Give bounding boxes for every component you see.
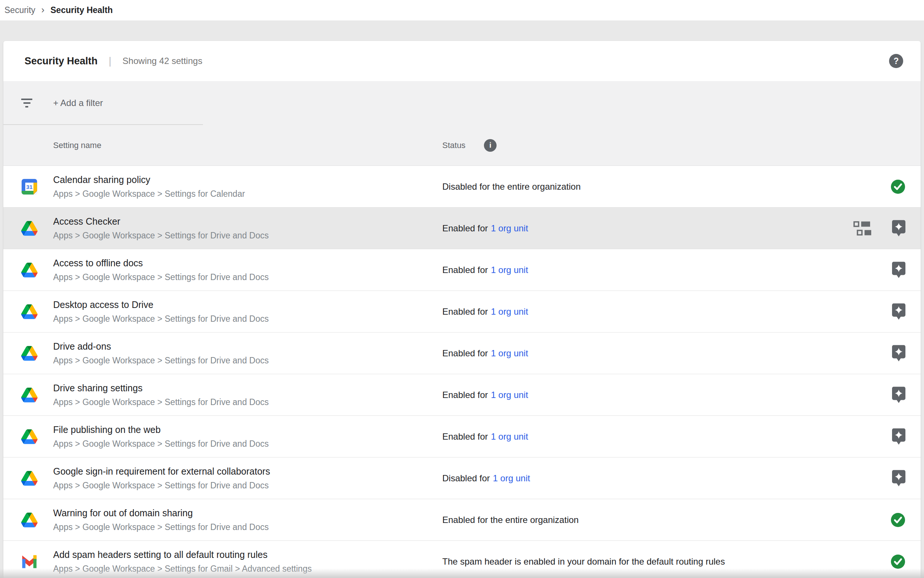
setting-name: Drive add-ons — [53, 341, 269, 352]
app-icon: 31 — [21, 345, 37, 362]
setting-name: Desktop access to Drive — [53, 299, 269, 310]
status-text: Enabled for — [442, 432, 488, 442]
recommendation-badge-icon[interactable] — [892, 386, 905, 403]
recommendation-badge-icon[interactable] — [892, 470, 905, 487]
row-trailing-icons — [890, 554, 905, 569]
setting-name: Google sign-in requirement for external … — [53, 466, 270, 477]
row-trailing-icons — [892, 470, 905, 487]
settings-count: Showing 42 settings — [123, 56, 202, 66]
setting-name: Add spam headers setting to all default … — [53, 549, 312, 560]
setting-path: Apps > Google Workspace > Settings for D… — [53, 356, 269, 365]
setting-path: Apps > Google Workspace > Settings for D… — [53, 522, 269, 532]
table-row[interactable]: 31 Access to offline docs App — [3, 249, 921, 291]
org-unit-link[interactable]: 1 org unit — [491, 432, 528, 442]
table-row[interactable]: 31 File publishing on the web — [3, 416, 921, 458]
drive-icon — [21, 387, 37, 403]
table-row[interactable]: 31 Add spam headers setting to all — [3, 541, 921, 578]
setting-name: Access Checker — [53, 216, 269, 227]
status-cell: Disabled for the entire organization — [442, 182, 581, 192]
app-icon: 31 — [21, 387, 37, 403]
setting-path: Apps > Google Workspace > Settings for D… — [53, 314, 269, 324]
status-cell: The spam header is enabled in your domai… — [442, 557, 725, 567]
status-cell: Enabled for the entire organization — [442, 515, 579, 525]
status-text: Enabled for — [442, 390, 488, 400]
status-text: Enabled for — [442, 348, 488, 359]
recommendation-badge-icon[interactable] — [892, 303, 905, 320]
setting-path: Apps > Google Workspace > Settings for G… — [53, 564, 312, 574]
breadcrumb-parent-link[interactable]: Security — [5, 5, 35, 15]
security-health-card: Security Health | Showing 42 settings ? … — [3, 41, 921, 578]
recommendation-badge-icon[interactable] — [892, 220, 905, 237]
status-ok-icon — [890, 513, 905, 528]
status-ok-icon — [890, 554, 905, 569]
org-unit-link[interactable]: 1 org unit — [491, 265, 528, 275]
filter-icon[interactable] — [21, 99, 32, 107]
setting-text-block: Calendar sharing policy Apps > Google Wo… — [53, 174, 245, 199]
org-units-grid-icon[interactable] — [853, 221, 871, 235]
setting-name: Calendar sharing policy — [53, 174, 245, 185]
org-unit-link[interactable]: 1 org unit — [493, 473, 530, 484]
recommendation-badge-icon[interactable] — [892, 261, 905, 278]
title-separator: | — [109, 55, 112, 67]
status-info-icon[interactable]: i — [484, 139, 497, 152]
app-icon: 31 — [21, 304, 37, 320]
setting-text-block: Warning for out of domain sharing Apps >… — [53, 508, 269, 532]
app-icon: 31 — [21, 220, 37, 237]
setting-text-block: Add spam headers setting to all default … — [53, 549, 312, 574]
org-unit-link[interactable]: 1 org unit — [491, 223, 528, 234]
drive-icon — [21, 345, 37, 362]
help-icon[interactable]: ? — [889, 54, 903, 68]
column-status-label: Status — [442, 141, 465, 150]
row-trailing-icons — [892, 386, 905, 403]
column-status: Status i — [442, 139, 497, 152]
table-row[interactable]: 31 Google sign-in requirement for e — [3, 458, 921, 499]
recommendation-badge-icon[interactable] — [892, 345, 905, 362]
row-trailing-icons — [892, 261, 905, 278]
gmail-icon — [21, 554, 37, 570]
row-trailing-icons — [892, 303, 905, 320]
table-row[interactable]: 31 Drive add-ons Apps > Googl — [3, 333, 921, 374]
org-unit-link[interactable]: 1 org unit — [491, 348, 528, 359]
drive-icon — [21, 262, 37, 278]
row-trailing-icons — [890, 179, 905, 194]
setting-path: Apps > Google Workspace > Settings for D… — [53, 397, 269, 407]
setting-text-block: Desktop access to Drive Apps > Google Wo… — [53, 299, 269, 324]
table-row[interactable]: 31 Drive sharing settings App — [3, 374, 921, 416]
card-header: Security Health | Showing 42 settings ? — [3, 41, 921, 81]
org-unit-link[interactable]: 1 org unit — [491, 307, 528, 317]
status-ok-icon — [890, 179, 905, 194]
add-filter-button[interactable]: + Add a filter — [53, 98, 103, 108]
table-row[interactable]: 31 Warning for out of domain sharin — [3, 499, 921, 541]
breadcrumb: Security › Security Health — [0, 0, 924, 21]
row-trailing-icons — [892, 345, 905, 362]
status-cell: Enabled for 1 org unit — [442, 265, 528, 275]
setting-path: Apps > Google Workspace > Settings for D… — [53, 481, 270, 490]
row-trailing-icons — [853, 220, 905, 237]
drive-icon — [21, 220, 37, 237]
breadcrumb-chevron-icon: › — [41, 4, 45, 16]
status-text: The spam header is enabled in your domai… — [442, 557, 725, 567]
table-row[interactable]: 31 Calendar sharing policy Ap — [3, 166, 921, 208]
app-icon: 31 — [21, 429, 37, 445]
table-header: Setting name Status i — [3, 125, 921, 166]
status-text: Enabled for the entire organization — [442, 515, 579, 525]
setting-name: File publishing on the web — [53, 424, 269, 435]
org-unit-link[interactable]: 1 org unit — [491, 390, 528, 400]
setting-name: Access to offline docs — [53, 258, 269, 268]
app-icon: 31 — [21, 179, 37, 195]
table-row[interactable]: 31 Desktop access to Drive Ap — [3, 291, 921, 333]
page-title: Security Health — [24, 55, 98, 67]
row-trailing-icons — [890, 513, 905, 528]
setting-text-block: Access to offline docs Apps > Google Wor… — [53, 258, 269, 282]
breadcrumb-current: Security Health — [50, 5, 113, 15]
table-row[interactable]: 31 Access Checker Apps > Goog — [3, 208, 921, 249]
svg-text:31: 31 — [26, 184, 33, 190]
recommendation-badge-icon[interactable] — [892, 428, 905, 445]
drive-icon — [21, 429, 37, 445]
setting-text-block: Access Checker Apps > Google Workspace >… — [53, 216, 269, 241]
setting-name: Drive sharing settings — [53, 383, 269, 393]
status-cell: Enabled for 1 org unit — [442, 307, 528, 317]
row-trailing-icons — [892, 428, 905, 445]
setting-text-block: Drive add-ons Apps > Google Workspace > … — [53, 341, 269, 365]
status-text: Disabled for the entire organization — [442, 182, 581, 192]
